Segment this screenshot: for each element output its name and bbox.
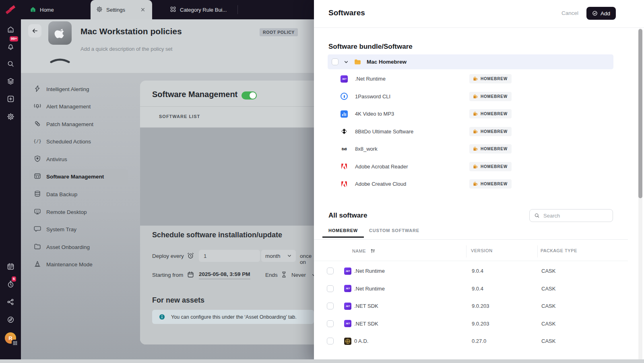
dotnet-app-icon: .NET bbox=[344, 320, 351, 327]
card-tab-row: SOFTWARE LIST bbox=[140, 107, 314, 128]
policy-description-placeholder[interactable]: Add a quick description of the policy se… bbox=[80, 46, 172, 52]
tab-label: Category Rule Bui... bbox=[180, 7, 227, 13]
homebrew-badge: HOMEBREW bbox=[469, 109, 512, 118]
bundle-item[interactable]: .NET.Net RuntimeHOMEBREW bbox=[328, 70, 628, 88]
settings-gear-icon[interactable] bbox=[4, 110, 17, 123]
scheduled-actions-icon: {/} bbox=[34, 137, 41, 146]
sidebar-item-scheduled-actions[interactable]: {/}Scheduled Actions bbox=[29, 134, 128, 149]
bundle-name: Mac Homebrew bbox=[367, 59, 407, 65]
horizontal-scrollbar[interactable] bbox=[0, 359, 644, 363]
sidebar-item-patch-management[interactable]: Patch Management bbox=[29, 116, 128, 132]
software-table-body: .NET.Net Runtime9.0.4CASK.NET.Net Runtim… bbox=[314, 262, 628, 350]
row-checkbox[interactable] bbox=[327, 285, 334, 292]
policy-avatar-arc bbox=[50, 56, 70, 64]
sidebar-item-maintenance-mode[interactable]: Maintenance Mode bbox=[29, 257, 128, 272]
bundle-item[interactable]: 1Password CLIHOMEBREW bbox=[328, 88, 628, 106]
compass-icon[interactable] bbox=[4, 313, 17, 326]
software-search[interactable] bbox=[529, 209, 613, 222]
add-button[interactable]: Add bbox=[586, 7, 616, 20]
search-input[interactable] bbox=[543, 213, 604, 219]
1password-app-icon bbox=[341, 93, 348, 100]
sidebar-item-asset-onboarding[interactable]: Asset Onboarding bbox=[29, 239, 128, 255]
bundle-item[interactable]: 8BitDo Ultimate SoftwareHOMEBREW bbox=[328, 123, 628, 141]
panel-scrollbar-track[interactable] bbox=[638, 28, 642, 361]
row-version: 9.0.4 bbox=[472, 286, 483, 292]
back-button[interactable] bbox=[28, 24, 41, 37]
ends-select[interactable]: Never bbox=[291, 272, 306, 278]
sidebar-item-label: Software Management bbox=[46, 174, 104, 180]
root-policy-badge: ROOT POLICY bbox=[260, 28, 298, 36]
sidebar-item-software-management[interactable]: Software Management bbox=[29, 169, 128, 185]
tab-close-icon[interactable] bbox=[139, 6, 147, 13]
row-checkbox[interactable] bbox=[327, 303, 334, 309]
table-row[interactable]: .NET.Net Runtime9.0.4CASK bbox=[314, 280, 628, 298]
category-icon bbox=[170, 6, 176, 14]
info-banner: You can configure this under the ‘Asset … bbox=[152, 310, 314, 324]
bundle-item[interactable]: Adobe Creative CloudHOMEBREW bbox=[328, 175, 628, 193]
layers-icon[interactable] bbox=[4, 75, 17, 87]
notifications-bell-icon[interactable] bbox=[4, 40, 17, 53]
tab-home[interactable]: Home bbox=[24, 0, 60, 19]
column-version[interactable]: VERSION bbox=[471, 248, 493, 253]
share-nodes-icon[interactable] bbox=[4, 295, 17, 308]
sort-ascending-icon[interactable] bbox=[370, 248, 376, 254]
sidebar-item-intelligent-alerting[interactable]: Intelligent Alerting bbox=[29, 81, 128, 97]
tab-category-rule-bui[interactable]: Category Rule Bui... bbox=[164, 0, 232, 19]
sidebar-item-system-tray[interactable]: System Tray bbox=[29, 222, 128, 237]
sidebar-item-antivirus[interactable]: Antivirus bbox=[29, 151, 128, 167]
row-checkbox[interactable] bbox=[327, 320, 334, 327]
row-package-type: CASK bbox=[541, 338, 555, 344]
table-row[interactable]: .NET.Net Runtime9.0.4CASK bbox=[314, 262, 628, 280]
software-list-empty-area bbox=[140, 128, 314, 226]
tab-homebrew[interactable]: HOMEBREW bbox=[328, 228, 358, 238]
bundle-item[interactable]: Adobe Acrobat ReaderHOMEBREW bbox=[328, 158, 628, 176]
chevron-down-icon[interactable] bbox=[344, 60, 349, 64]
avatar-apps-badge[interactable] bbox=[12, 340, 19, 346]
sidebar-item-label: Intelligent Alerting bbox=[46, 86, 89, 92]
panel-scrollbar-thumb[interactable] bbox=[638, 29, 642, 198]
row-name: 0 A.D. bbox=[354, 338, 368, 344]
tab-software-list[interactable]: SOFTWARE LIST bbox=[159, 114, 200, 119]
tab-settings[interactable]: Settings bbox=[91, 0, 152, 19]
calendar-icon[interactable] bbox=[4, 260, 17, 273]
0ad-app-icon bbox=[344, 338, 351, 345]
deploy-interval-input[interactable]: 1 bbox=[199, 250, 260, 262]
bundle-row-mac-homebrew[interactable]: Mac Homebrew bbox=[328, 54, 613, 69]
sidebar-item-alert-management[interactable]: Alert Management bbox=[29, 99, 128, 114]
row-package-type: CASK bbox=[541, 286, 555, 292]
tab-custom-software[interactable]: CUSTOM SOFTWARE bbox=[369, 228, 419, 238]
system-tray-icon bbox=[34, 225, 41, 234]
column-name[interactable]: NAME bbox=[352, 248, 376, 254]
maintenance-mode-icon bbox=[34, 260, 41, 269]
software-management-toggle[interactable] bbox=[242, 91, 257, 100]
bundle-item[interactable]: 8x88x8_workHOMEBREW bbox=[328, 140, 628, 158]
bundle-item-name: 1Password CLI bbox=[355, 93, 469, 100]
software-source-tabs: HOMEBREWCUSTOM SOFTWARE bbox=[328, 228, 419, 238]
adobe-app-icon bbox=[341, 180, 348, 188]
bundle-item-name: 4K Video to MP3 bbox=[355, 111, 469, 117]
chevron-down-icon bbox=[287, 253, 292, 258]
starting-from-label: Starting from bbox=[152, 272, 183, 278]
row-checkbox[interactable] bbox=[327, 268, 334, 274]
svg-text:{/}: {/} bbox=[34, 139, 41, 144]
bundle-checkbox[interactable] bbox=[332, 58, 339, 65]
hourglass-icon bbox=[281, 271, 287, 278]
add-new-icon[interactable] bbox=[4, 92, 17, 105]
sidebar-item-data-backup[interactable]: Data Backup bbox=[29, 187, 128, 202]
sidebar-item-remote-desktop[interactable]: Remote Desktop bbox=[29, 204, 128, 220]
bundle-item[interactable]: 4K Video to MP3HOMEBREW bbox=[328, 105, 628, 123]
softwares-panel: Softwares Cancel Add Software bundle/Sof… bbox=[314, 0, 644, 363]
search-icon[interactable] bbox=[4, 57, 17, 70]
start-date-value[interactable]: 2025-05-08, 3:59 PM bbox=[199, 271, 250, 279]
home-icon[interactable] bbox=[4, 23, 17, 36]
row-checkbox[interactable] bbox=[327, 338, 334, 344]
cancel-button[interactable]: Cancel bbox=[561, 10, 578, 16]
column-package-type[interactable]: PACKAGE TYPE bbox=[541, 248, 577, 253]
app-logo[interactable] bbox=[4, 4, 17, 16]
table-row[interactable]: .NET.NET SDK9.0.203CASK bbox=[314, 315, 628, 333]
table-row[interactable]: .NET.NET SDK9.0.203CASK bbox=[314, 297, 628, 315]
homebrew-badge: HOMEBREW bbox=[469, 74, 512, 83]
info-banner-text: You can configure this under the ‘Asset … bbox=[171, 314, 297, 320]
table-row[interactable]: 0 A.D.0.27.0CASK bbox=[314, 332, 628, 350]
period-select[interactable]: month bbox=[261, 250, 296, 262]
